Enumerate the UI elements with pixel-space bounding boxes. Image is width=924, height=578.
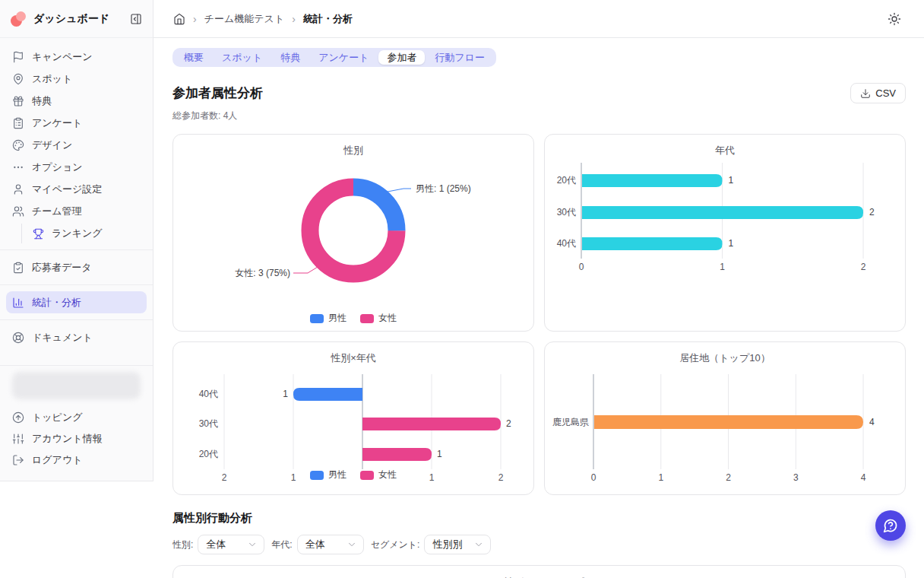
total-participants: 総参加者数: 4人 [172, 110, 906, 122]
sidebar-item-benefit[interactable]: 特典 [6, 90, 147, 112]
gender-age-legend: 男性 女性 [173, 468, 533, 481]
svg-text:2: 2 [861, 262, 866, 272]
download-icon [860, 88, 871, 99]
app-title: ダッシュボード [33, 12, 122, 26]
sidebar-item-spot[interactable]: スポット [6, 68, 147, 90]
clipboard-icon [12, 117, 24, 129]
tab-overview[interactable]: 概要 [176, 50, 212, 65]
segment-filter-select[interactable]: 性別別 [424, 535, 491, 554]
svg-text:1: 1 [720, 262, 725, 272]
tab-survey[interactable]: アンケート [310, 50, 377, 65]
sidebar-item-account-info[interactable]: アカウント情報 [6, 428, 147, 449]
age-filter-group: 年代: 全体 [271, 535, 363, 554]
bar-chart-icon [12, 297, 24, 309]
sidebar-item-topping[interactable]: トッピング [6, 407, 147, 428]
filter-label: セグメント: [371, 538, 420, 551]
divider [0, 284, 153, 285]
sidebar-item-ranking[interactable]: ランキング [27, 224, 147, 243]
chat-question-icon [883, 518, 898, 533]
sidebar-item-stats-analysis[interactable]: 統計・分析 [6, 291, 147, 313]
gender-filter-select[interactable]: 全体 [198, 535, 264, 554]
gender-legend: 男性 女性 [173, 312, 533, 325]
csv-export-button[interactable]: CSV [850, 83, 906, 103]
filter-label: 年代: [271, 538, 292, 551]
location-bar-chart: 01234鹿児島県4 [545, 342, 905, 494]
sidebar-item-label: 特典 [32, 94, 52, 108]
sidebar-item-label: マイページ設定 [32, 183, 102, 196]
svg-text:1: 1 [283, 389, 288, 399]
svg-text:30代: 30代 [557, 207, 576, 218]
analysis-tabbar: 概要 スポット 特典 アンケート 参加者 行動フロー [172, 48, 496, 67]
sidebar-item-logout[interactable]: ログアウト [6, 449, 147, 471]
sidebar-nav: キャンペーン スポット 特典 アンケート デザイン オプション マイページ設定 … [0, 38, 153, 471]
collapse-sidebar-icon[interactable] [130, 13, 142, 25]
svg-text:2: 2 [869, 207, 875, 218]
sidebar-item-label: ログアウト [32, 453, 83, 467]
sidebar-item-label: チーム管理 [32, 205, 82, 218]
sidebar-item-label: アカウント情報 [32, 432, 103, 446]
sidebar-item-options[interactable]: オプション [6, 156, 147, 178]
select-value: 全体 [305, 538, 325, 551]
map-pin-icon [12, 73, 24, 85]
palette-icon [12, 139, 24, 151]
svg-text:4: 4 [869, 417, 875, 427]
flag-icon [12, 51, 24, 63]
sun-icon[interactable] [888, 12, 901, 26]
svg-text:30代: 30代 [199, 418, 218, 429]
filter-label: 性別: [172, 538, 193, 551]
sidebar-item-label: デザイン [32, 138, 72, 152]
divider [0, 319, 153, 320]
gender-chart-card: 性別 男性: 1 (25%)女性: 3 (75%) 男性 女性 [172, 134, 534, 332]
tab-behavior-flow[interactable]: 行動フロー [426, 50, 493, 65]
svg-text:1: 1 [729, 238, 734, 249]
breadcrumb-team[interactable]: チーム機能テスト [204, 12, 285, 26]
users-icon [12, 205, 24, 218]
legend-item: 女性 [360, 312, 397, 325]
sidebar-item-mypage-settings[interactable]: マイページ設定 [6, 178, 147, 200]
sidebar-item-design[interactable]: デザイン [6, 134, 147, 156]
chevron-down-icon [247, 539, 258, 550]
svg-text:3: 3 [793, 472, 799, 483]
heatmap-card: 属性別ヒートマップ [172, 565, 906, 578]
sidebar-item-label: ドキュメント [32, 331, 93, 345]
male-legend-swatch [310, 314, 324, 323]
legend-item: 女性 [360, 468, 397, 481]
home-icon[interactable] [173, 13, 185, 25]
sidebar-item-applicant-data[interactable]: 応募者データ [6, 256, 147, 278]
breadcrumb-bar: › チーム機能テスト › 統計・分析 [153, 0, 924, 38]
sidebar-item-team-management[interactable]: チーム管理 [6, 200, 147, 222]
legend-label: 女性 [378, 312, 397, 325]
female-legend-swatch [360, 314, 374, 323]
chevron-right-separator: › [193, 14, 197, 24]
sidebar-item-campaign[interactable]: キャンペーン [6, 46, 147, 68]
blurred-account-label [12, 372, 141, 399]
sidebar-item-label: オプション [32, 160, 83, 174]
tab-participants[interactable]: 参加者 [378, 50, 425, 65]
divider [0, 365, 153, 366]
csv-label: CSV [875, 87, 896, 99]
charts-grid: 性別 男性: 1 (25%)女性: 3 (75%) 男性 女性 年代 01220… [172, 134, 906, 495]
age-filter-select[interactable]: 全体 [297, 535, 364, 554]
sidebar-item-label: アンケート [32, 116, 82, 130]
svg-text:1: 1 [437, 449, 442, 459]
life-buoy-icon [12, 332, 24, 344]
app-logo [11, 11, 26, 27]
svg-text:男性: 1 (25%): 男性: 1 (25%) [416, 183, 471, 194]
sidebar-item-documents[interactable]: ドキュメント [6, 326, 147, 348]
segment-filter-group: セグメント: 性別別 [371, 535, 492, 554]
chevron-down-icon [473, 539, 484, 550]
page-content: 概要 スポット 特典 アンケート 参加者 行動フロー 参加者属性分析 CSV 総… [153, 38, 924, 578]
female-legend-swatch [360, 471, 374, 480]
legend-label: 女性 [378, 468, 397, 481]
sidebar-item-survey[interactable]: アンケート [6, 112, 147, 134]
location-chart-card: 居住地（トップ10） 01234鹿児島県4 [544, 341, 906, 495]
svg-text:鹿児島県: 鹿児島県 [552, 417, 589, 427]
main-area: › チーム機能テスト › 統計・分析 概要 スポット 特典 アンケート 参加者 … [153, 0, 924, 578]
tab-benefit[interactable]: 特典 [272, 50, 309, 65]
breadcrumb-current: 統計・分析 [303, 12, 353, 26]
select-value: 性別別 [432, 538, 462, 551]
help-chat-button[interactable] [875, 510, 906, 541]
svg-text:0: 0 [579, 262, 584, 272]
svg-text:女性: 3 (75%): 女性: 3 (75%) [235, 268, 290, 278]
tab-spot[interactable]: スポット [214, 50, 271, 65]
